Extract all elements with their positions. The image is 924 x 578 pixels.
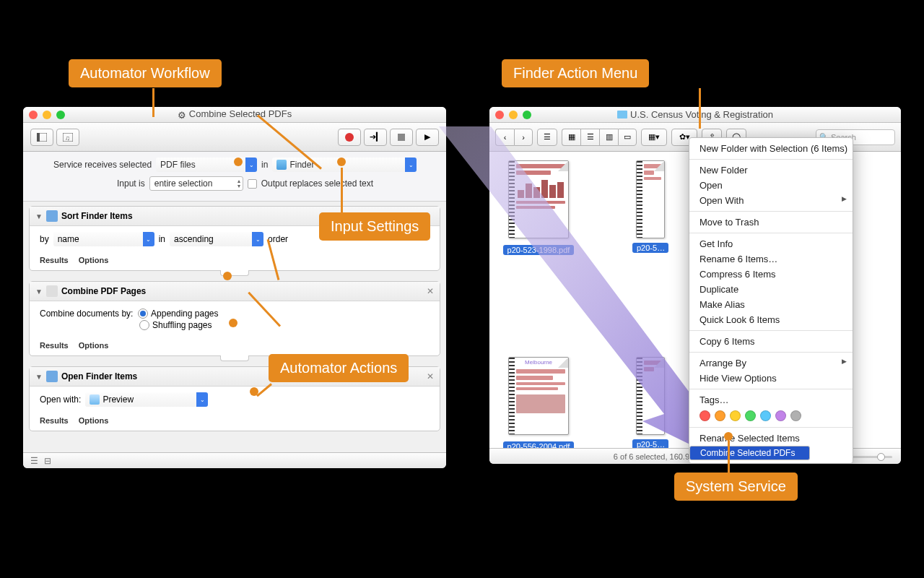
zoom-button[interactable] [56, 111, 65, 119]
grid-arrange-icon: ▦▾ [648, 132, 660, 142]
preview-icon [90, 394, 100, 405]
callout-dot [724, 432, 733, 441]
toggle-media-button[interactable]: ♫ [56, 129, 79, 146]
callout-finder-action-menu: Finder Action Menu [502, 59, 649, 87]
forward-button[interactable]: › [514, 129, 533, 146]
menu-duplicate[interactable]: Duplicate [689, 282, 853, 297]
callout-dot [229, 319, 237, 327]
view-column-button[interactable]: ▥ [599, 129, 618, 146]
options-tab[interactable]: Options [79, 256, 109, 264]
file-item[interactable]: p20-523-1998.pdf [502, 160, 575, 256]
tag-color[interactable] [715, 410, 725, 421]
file-label: p20-5… [632, 243, 668, 253]
menu-quick-look[interactable]: Quick Look 6 Items [689, 312, 853, 327]
chevron-left-icon: ‹ [504, 133, 507, 142]
back-button[interactable]: ‹ [495, 129, 514, 146]
combine-by-label: Combine documents by: [40, 309, 133, 319]
menu-hide-view-options[interactable]: Hide View Options [689, 371, 853, 386]
callout-line [728, 441, 730, 474]
tag-color[interactable] [699, 410, 710, 421]
menu-get-info[interactable]: Get Info [689, 236, 853, 251]
tag-color[interactable] [745, 410, 756, 421]
file-item[interactable]: p20-5… [632, 160, 668, 256]
finder-icon [46, 210, 58, 222]
radio-shuffling[interactable] [139, 320, 149, 330]
results-tab[interactable]: Results [40, 341, 69, 350]
gallery-icon: ▭ [624, 132, 631, 142]
menu-rename-selected[interactable]: Rename Selected Items [689, 431, 853, 446]
chevron-down-icon: ⌄ [252, 232, 263, 246]
minimize-button[interactable] [43, 111, 51, 119]
sort-in-label: in [159, 234, 165, 244]
tag-color[interactable] [760, 410, 771, 421]
sort-order-select[interactable]: ascending⌄ [170, 232, 263, 246]
file-label: p20-523-1998.pdf [503, 245, 575, 255]
menu-make-alias[interactable]: Make Alias [689, 297, 853, 312]
menu-combine-selected-pdfs[interactable]: Combine Selected PDFs [689, 446, 810, 460]
open-with-label: Open with: [40, 394, 81, 405]
disclosure-icon: ▼ [35, 373, 43, 381]
minimize-button[interactable] [509, 111, 518, 119]
results-tab[interactable]: Results [40, 416, 69, 425]
remove-action-button[interactable]: ✕ [427, 371, 434, 381]
menu-compress[interactable]: Compress 6 Items [689, 267, 853, 282]
finder-icon [46, 371, 58, 382]
input-scope-select[interactable]: entire selection ▴▾ [149, 176, 243, 191]
view-gallery-button[interactable]: ▭ [618, 129, 637, 146]
radio-appending[interactable] [138, 309, 148, 319]
automator-title: Combine Selected PDFs [189, 108, 292, 119]
callout-line [152, 88, 154, 117]
results-tab[interactable]: Results [40, 256, 69, 264]
variables-icon[interactable]: ⊟ [44, 456, 51, 466]
zoom-button[interactable] [523, 111, 531, 119]
svg-rect-2 [37, 133, 40, 142]
callout-system-service: System Service [674, 473, 798, 501]
toggle-library-button[interactable] [30, 129, 53, 146]
options-tab[interactable]: Options [79, 416, 109, 425]
chevron-down-icon: ⌄ [245, 158, 257, 172]
menu-copy[interactable]: Copy 6 Items [689, 334, 853, 349]
callout-line [341, 168, 343, 214]
file-item[interactable]: Melbourne p20-556-2004.pdf [502, 357, 575, 452]
close-button[interactable] [495, 111, 504, 119]
menu-new-folder[interactable]: New Folder [689, 163, 853, 178]
pdf-icon [46, 285, 58, 297]
menu-arrange-by[interactable]: Arrange By [689, 355, 853, 371]
tag-color[interactable] [790, 410, 801, 421]
path-button[interactable]: ☰ [537, 129, 557, 146]
menu-open-with[interactable]: Open With [689, 193, 853, 208]
menu-open[interactable]: Open [689, 178, 853, 193]
folder-icon [617, 111, 627, 118]
step-button[interactable]: ➔▎ [364, 129, 387, 146]
tag-color[interactable] [775, 410, 786, 421]
callout-automator-actions: Automator Actions [269, 354, 409, 382]
open-with-select[interactable]: Preview ⌄ [85, 392, 208, 407]
step-icon: ➔▎ [370, 132, 382, 142]
tag-color[interactable] [730, 410, 741, 421]
finder-title: U.S. Census Voting & Registration [630, 109, 773, 120]
arrange-button[interactable]: ▦▾ [641, 129, 667, 146]
chevron-updown-icon: ▴▾ [237, 178, 240, 189]
stop-button[interactable] [390, 129, 413, 146]
close-button[interactable] [29, 111, 38, 119]
sort-by-select[interactable]: name⌄ [53, 232, 154, 246]
file-item[interactable]: p20-5… [632, 357, 668, 452]
record-button[interactable] [338, 129, 361, 146]
options-tab[interactable]: Options [79, 341, 109, 350]
menu-rename-items[interactable]: Rename 6 Items… [689, 251, 853, 267]
sort-by-label: by [40, 234, 49, 244]
view-list-button[interactable]: ☰ [580, 129, 599, 146]
remove-action-button[interactable]: ✕ [427, 286, 434, 296]
log-icon[interactable]: ☰ [30, 456, 38, 466]
chevron-down-icon: ⌄ [196, 392, 208, 407]
run-button[interactable]: ▶ [416, 129, 439, 146]
action-header[interactable]: ▼ Combine PDF Pages [30, 282, 440, 301]
finder-titlebar: U.S. Census Voting & Registration [489, 107, 901, 123]
menu-move-to-trash[interactable]: Move to Trash [689, 215, 853, 230]
view-icon-button[interactable]: ▦ [562, 129, 580, 146]
service-receives-label: Service receives selected [53, 160, 152, 170]
output-replaces-checkbox[interactable] [248, 179, 257, 189]
menu-tag-colors [689, 407, 853, 424]
pdf-thumbnail [508, 160, 569, 238]
menu-new-folder-selection[interactable]: New Folder with Selection (6 Items) [689, 141, 853, 156]
